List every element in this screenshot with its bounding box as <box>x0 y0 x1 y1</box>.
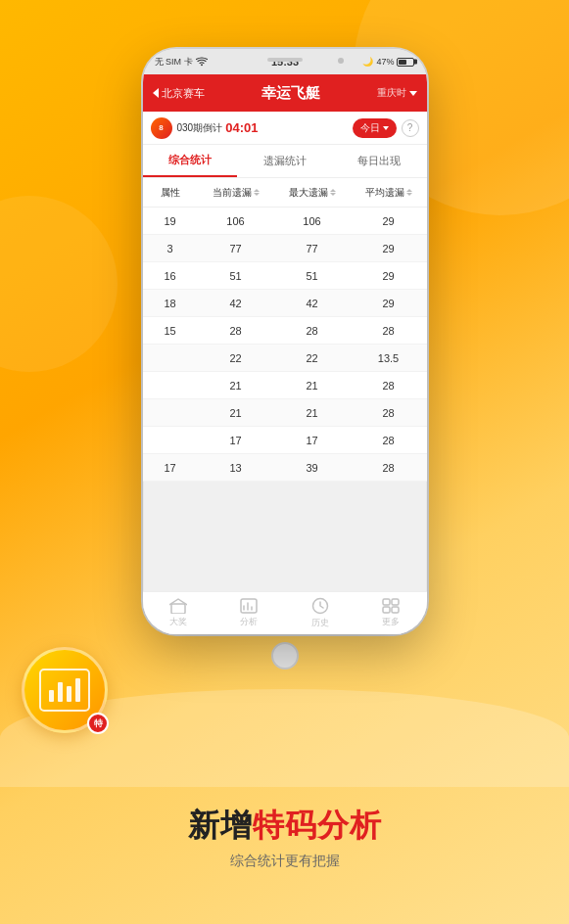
phone-camera <box>338 58 344 64</box>
chevron-left-icon <box>153 88 159 98</box>
phone-speaker <box>267 58 303 62</box>
cell-max: 51 <box>274 270 351 282</box>
svg-rect-1 <box>171 604 185 614</box>
cell-max: 39 <box>274 462 351 474</box>
cell-attr: 19 <box>143 215 198 227</box>
bnav-history-label: 历史 <box>311 617 329 629</box>
special-badge: 特 <box>87 713 109 734</box>
nav-right-label: 重庆时 <box>377 86 406 100</box>
svg-point-0 <box>201 65 203 67</box>
sub-title: 综合统计更有把握 <box>0 853 569 870</box>
battery-tip <box>414 60 417 65</box>
cell-current: 22 <box>198 352 274 364</box>
bnav-item-analysis[interactable]: 分析 <box>213 598 285 628</box>
cell-max: 77 <box>274 243 351 254</box>
table-row: 15 28 28 28 <box>143 317 427 345</box>
cell-current: 21 <box>198 407 274 419</box>
cell-attr: 18 <box>143 298 198 309</box>
cell-current: 17 <box>198 435 274 446</box>
chart-bars <box>49 678 80 702</box>
cell-avg: 28 <box>351 380 427 392</box>
today-button[interactable]: 今日 <box>353 118 397 138</box>
moon-icon: 🌙 <box>362 57 373 67</box>
bnav-more-label: 更多 <box>382 616 400 628</box>
bnav-item-more[interactable]: 更多 <box>356 598 427 628</box>
nav-title: 幸运飞艇 <box>205 84 377 103</box>
feature-icon-container: 特 <box>22 647 108 733</box>
cell-attr: 15 <box>143 325 198 337</box>
th-avg[interactable]: 平均遗漏 <box>351 178 427 207</box>
phone-wrapper: 无 SIM 卡 15:33 🌙 47% <box>143 49 427 670</box>
sort-icon-avg <box>406 189 412 196</box>
cell-avg: 29 <box>351 215 427 227</box>
table-row: 3 77 77 29 <box>143 235 427 262</box>
tab-missed[interactable]: 遗漏统计 <box>237 145 332 177</box>
status-bar: 无 SIM 卡 15:33 🌙 47% <box>143 49 427 74</box>
nav-back-btn[interactable]: 北京赛车 <box>153 86 205 101</box>
table-row: 17 17 28 <box>143 427 427 454</box>
table-body: 19 106 106 29 3 77 77 29 16 51 51 29 18 <box>143 208 427 482</box>
bottom-nav-bar: 大奖 分析 历史 <box>143 591 427 634</box>
cell-current: 106 <box>198 215 274 227</box>
app-nav-bar: 北京赛车 幸运飞艇 重庆时 <box>143 74 427 112</box>
table-header: 属性 当前遗漏 最大遗漏 平均遗漏 <box>143 178 427 208</box>
battery-icon <box>397 58 414 67</box>
table-row: 17 13 39 28 <box>143 454 427 482</box>
phone-home-button <box>271 642 299 670</box>
cell-max: 21 <box>274 407 351 419</box>
sort-icon-max <box>330 189 336 196</box>
cell-avg: 29 <box>351 270 427 282</box>
tab-daily[interactable]: 每日出现 <box>332 145 427 177</box>
cell-avg: 29 <box>351 298 427 309</box>
cell-current: 42 <box>198 298 274 309</box>
cell-current: 51 <box>198 270 274 282</box>
title-highlight: 特码分析 <box>253 808 382 843</box>
table-row: 18 42 42 29 <box>143 290 427 317</box>
tab-bar: 综合统计 遗漏统计 每日出现 <box>143 145 427 178</box>
bnav-item-history[interactable]: 历史 <box>285 597 356 629</box>
table-row: 19 106 106 29 <box>143 208 427 235</box>
title-prefix: 新增 <box>188 808 253 843</box>
help-button[interactable]: ? <box>402 119 419 137</box>
table-row: 21 21 28 <box>143 399 427 427</box>
svg-rect-5 <box>392 599 399 605</box>
chart-bar-4 <box>75 678 80 702</box>
history-icon <box>311 597 329 615</box>
svg-rect-4 <box>383 599 390 605</box>
cell-current: 21 <box>198 380 274 392</box>
cell-max: 106 <box>274 215 351 227</box>
today-label: 今日 <box>360 121 380 135</box>
chart-bar-2 <box>58 682 63 702</box>
feature-icon-box <box>39 669 90 712</box>
cell-avg: 28 <box>351 435 427 446</box>
nav-right-area[interactable]: 重庆时 <box>377 86 417 100</box>
sub-header: 8 030期倒计 04:01 今日 ? <box>143 112 427 145</box>
chevron-down-icon <box>409 91 417 96</box>
main-title: 新增特码分析 <box>0 805 569 848</box>
battery-percent: 47% <box>376 57 394 67</box>
cell-current: 28 <box>198 325 274 337</box>
bnav-analysis-label: 分析 <box>240 616 258 628</box>
countdown-display: 04:01 <box>225 120 258 135</box>
cell-avg: 28 <box>351 462 427 474</box>
bnav-item-home[interactable]: 大奖 <box>143 598 214 628</box>
svg-rect-6 <box>383 607 390 613</box>
cell-max: 42 <box>274 298 351 309</box>
th-current[interactable]: 当前遗漏 <box>198 178 274 207</box>
table-row: 22 22 13.5 <box>143 345 427 372</box>
wifi-icon <box>196 57 208 67</box>
cell-avg: 29 <box>351 243 427 254</box>
th-max[interactable]: 最大遗漏 <box>274 178 351 207</box>
bnav-home-label: 大奖 <box>169 616 187 628</box>
table-row: 21 21 28 <box>143 372 427 399</box>
cell-max: 21 <box>274 380 351 392</box>
th-attr: 属性 <box>143 178 198 207</box>
cell-attr: 3 <box>143 243 198 254</box>
help-label: ? <box>407 122 413 133</box>
svg-rect-7 <box>392 607 399 613</box>
battery-fill <box>399 60 406 65</box>
cell-current: 13 <box>198 462 274 474</box>
tab-comprehensive[interactable]: 综合统计 <box>143 145 238 177</box>
today-chevron-icon <box>383 126 389 130</box>
analysis-icon <box>240 598 258 614</box>
